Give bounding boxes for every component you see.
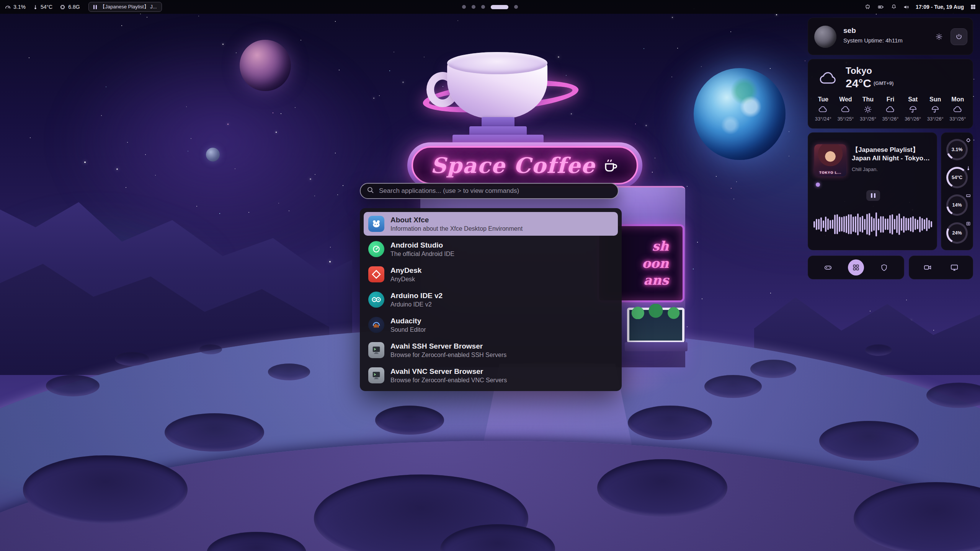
launcher-search[interactable] [360,183,619,199]
progress-handle[interactable] [816,183,820,187]
forecast-row: Tue 33°/24° Wed 35°/25° Thu 33°/26° Fri … [812,96,969,122]
screenshot-button[interactable] [946,259,962,276]
app-launcher: About Xfce Information about the Xfce De… [360,183,622,391]
avatar [814,26,836,48]
settings-button[interactable] [932,30,946,44]
anydesk-icon [368,266,384,282]
temp-value: 54°C [41,4,52,10]
shield-icon [880,264,888,272]
search-icon [367,186,374,196]
workspace-dot-1[interactable] [462,5,466,9]
cpu-gauge: 3.1% [946,139,968,160]
cloud-icon [885,105,895,114]
panel-right-cluster: 17:09 - Tue, 19 Aug [864,0,976,14]
thermometer-icon [33,4,38,10]
planet-earth [694,68,786,160]
arduino-icon [368,292,384,308]
cafe-window-plants [627,308,684,343]
workspace-dot-5[interactable] [514,5,518,9]
video-camera-icon [923,263,932,272]
purple-planet [240,40,291,91]
monitor-icon [950,263,959,272]
cloud-icon [953,105,963,114]
power-button[interactable] [951,28,967,45]
memory-gauge: 14% [946,194,968,216]
memory-chip-icon [59,4,66,10]
album-art: TOKYO L... [814,144,846,176]
coffee-cup-rim [447,52,547,74]
disk-icon [966,221,971,228]
apps-grid-icon [852,264,860,271]
result-about-xfce[interactable]: About Xfce Information about the Xfce De… [364,212,618,236]
small-moon [206,148,220,161]
cpu-icon [966,137,971,144]
quick-actions-right [909,256,973,279]
quick-actions-left [808,256,904,279]
shield-button[interactable] [876,259,892,276]
album-art-label: TOKYO L... [814,171,846,174]
workspace-dot-3[interactable] [481,5,485,9]
weather-card: Tokyo 24°C(GMT+9) Tue 33°/24° Wed 35°/25… [808,59,973,129]
neon-sign: Space Coffee [412,146,638,184]
forecast-day: Fri 35°/26° [879,96,902,122]
result-android-studio[interactable]: Android Studio The official Android IDE [364,237,618,261]
forecast-day: Mon 33°/26° [946,96,969,122]
result-anydesk[interactable]: AnyDesk AnyDesk [364,262,618,286]
clock[interactable]: 17:09 - Tue, 19 Aug [916,4,964,10]
audacity-icon [368,317,384,333]
forecast-day: Sun 33°/26° [924,96,947,122]
weather-city: Tokyo [846,65,872,76]
result-title: About Xfce [390,216,523,224]
result-arduino[interactable]: Arduino IDE v2 Arduino IDE v2 [364,288,618,311]
gamepad-button[interactable] [820,259,836,276]
now-playing-widget[interactable]: 【Japanese Playlist】 J... [88,2,162,12]
cpu-gauge-icon [5,4,11,10]
volume-icon[interactable] [903,4,910,10]
weather-timezone: (GMT+9) [874,80,893,86]
bell-icon[interactable] [891,4,897,10]
planter-box [625,342,688,351]
result-avahi-vnc[interactable]: Avahi VNC Server Browser Browse for Zero… [364,364,618,387]
system-uptime: System Uptime: 4h11m [843,37,903,44]
temperature-gauge: 54°C [946,167,968,188]
terminal-icon [368,367,384,383]
neon-sign-text: Space Coffee [431,153,595,178]
gamepad-icon [824,263,832,272]
sign-cup-icon [602,157,619,174]
track-artist: Chill Japan. [852,166,878,172]
username: seb [843,26,856,35]
temp-indicator: 54°C [33,4,52,10]
system-gauges-card: 3.1% 54°C 14% 24% [941,132,973,250]
now-playing-label: 【Japanese Playlist】 J... [100,3,157,10]
play-pause-button[interactable] [866,190,880,201]
apps-button[interactable] [848,259,864,276]
top-panel: 3.1% 54°C 6.8G 【Japanese Playlist】 J... [0,0,980,14]
screen-record-button[interactable] [920,259,936,276]
terminal-icon [368,342,384,358]
xfce-icon [368,216,384,232]
battery-icon[interactable] [877,4,885,10]
result-subtitle: Information about the Xfce Desktop Envir… [390,225,523,232]
cpu-percent: 3.1% [13,4,26,10]
result-avahi-ssh[interactable]: Avahi SSH Server Browser Browse for Zero… [364,338,618,362]
memory-icon [966,193,971,200]
app-grid-icon[interactable] [970,4,976,10]
result-audacity[interactable]: Audacity Sound Editor [364,313,618,337]
track-title: 【Japanese Playlist】 Japan All Night - To… [852,146,931,163]
network-icon[interactable] [864,4,871,10]
forecast-day: Sat 36°/26° [902,96,924,122]
workspace-dot-2[interactable] [472,5,475,9]
workspace-pager [462,0,518,14]
search-input[interactable] [379,187,612,195]
sun-icon [863,105,873,114]
forecast-day: Wed 35°/25° [835,96,857,122]
audio-waveform [813,211,932,238]
workspace-active-pill[interactable] [491,5,508,9]
weather-cloud-icon [817,69,840,89]
launcher-results: About Xfce Information about the Xfce De… [360,208,622,391]
forecast-day: Thu 33°/26° [857,96,879,122]
weather-temp: 24°C(GMT+9) [846,77,893,90]
user-card: seb System Uptime: 4h11m [808,18,973,55]
android-studio-icon [368,241,384,257]
forecast-day: Tue 33°/24° [812,96,835,122]
